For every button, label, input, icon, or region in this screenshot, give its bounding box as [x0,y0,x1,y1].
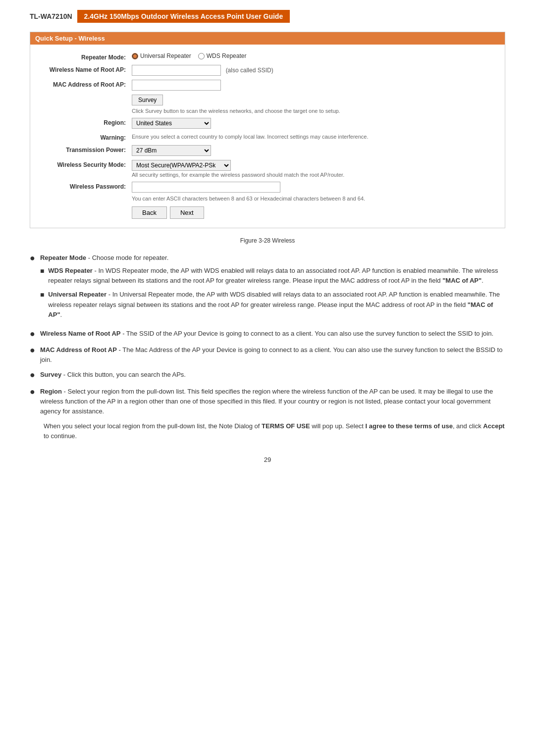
mac-address-label: MAC Address of Root AP: [35,80,132,88]
security-mode-help: All security settings, for example the w… [132,172,500,178]
page-number: 29 [30,456,505,463]
survey-desc: - Click this button, you can search the … [61,371,186,378]
survey-help-text: Click Survey button to scan the wireless… [132,108,500,114]
page-header: TL-WA7210N 2.4GHz 150Mbps Outdoor Wirele… [30,10,505,23]
mac-address-text: MAC Address of Root AP - The Mac Address… [40,345,505,365]
bullet-icon: ● [30,344,35,356]
wireless-name-text: Wireless Name of Root AP - The SSID of t… [40,329,505,339]
list-item: ● Survey - Click this button, you can se… [30,370,505,381]
security-mode-label: Wireless Security Mode: [35,160,132,168]
back-button[interactable]: Back [132,206,167,219]
wireless-name-input[interactable] [132,65,221,76]
model-name: TL-WA7210N [30,12,72,20]
wds-mac-bold: "MAC of AP" [442,277,482,284]
list-item: ● MAC Address of Root AP - The Mac Addre… [30,345,505,365]
region-select[interactable]: United States [132,118,211,129]
password-help: You can enter ASCII characters between 8… [132,196,500,202]
list-item: ■ Universal Repeater - In Universal Repe… [40,290,505,319]
survey-button[interactable]: Survey [132,95,163,105]
warning-label: Warning: [35,133,132,141]
region-row: Region: United States [35,118,500,129]
password-controls: You can enter ASCII characters between 8… [132,182,500,202]
transmission-power-select[interactable]: 27 dBm [132,145,211,156]
square-bullet-icon: ■ [40,290,44,301]
region-label: Region: [35,118,132,126]
wireless-name-label: Wireless Name of Root AP: [35,65,132,73]
warning-row: Warning: Ensure you select a correct cou… [35,133,500,141]
survey-controls: Survey Click Survey button to scan the w… [132,95,500,114]
region-note-text: When you select your local region from t… [44,422,262,430]
setup-box-title: Quick Setup - Wireless [30,32,505,45]
region-text: Region - Select your region from the pul… [40,387,505,416]
region-controls: United States [132,118,500,129]
survey-bold: Survey [40,371,61,378]
agree-terms-bold: I agree to these terms of use [366,422,453,430]
region-bold: Region [40,388,62,395]
list-item: ■ WDS Repeater - In WDS Repeater mode, t… [40,266,505,286]
terms-of-use-bold: TERMS OF USE [262,422,310,430]
wds-bold: WDS Repeater [48,267,93,274]
universal-bold: Universal Repeater [48,291,107,298]
action-buttons: Back Next [35,206,500,223]
region-note-rest: will pop up. Select [310,422,366,430]
list-item: ● Region - Select your region from the p… [30,387,505,416]
region-note-rest3: to continue. [44,432,77,440]
region-note-paragraph: When you select your local region from t… [44,421,505,441]
bullet-icon: ● [30,369,35,381]
transmission-power-row: Transmission Power: 27 dBm [35,145,500,156]
repeater-mode-radio-group: Universal Repeater WDS Repeater [132,52,500,59]
region-desc: - Select your region from the pull-down … [40,388,493,415]
page-title: 2.4GHz 150Mbps Outdoor Wireless Access P… [77,10,290,23]
universal-desc: - In Universal Repeater mode, the AP wit… [48,291,500,308]
wds-repeater-option[interactable]: WDS Repeater [198,52,247,59]
repeater-mode-label: Repeater Mode: [35,52,132,61]
security-mode-row: Wireless Security Mode: Most Secure(WPA/… [35,160,500,178]
password-row: Wireless Password: You can enter ASCII c… [35,182,500,202]
list-item: ● Repeater Mode - Choose mode for repeat… [30,253,505,324]
wireless-name-desc: - The SSID of the AP your Device is goin… [121,330,494,337]
wireless-name-controls: (also called SSID) [132,65,500,76]
survey-text: Survey - Click this button, you can sear… [40,370,505,380]
repeater-mode-text: Repeater Mode - Choose mode for repeater… [40,253,505,324]
ssid-hint: (also called SSID) [226,67,273,74]
survey-label-empty [35,95,132,96]
mac-address-bold: MAC Address of Root AP [40,346,117,353]
security-mode-select[interactable]: Most Secure(WPA/WPA2-PSk [132,160,231,171]
universal-repeater-option[interactable]: Universal Repeater [132,52,191,59]
mac-address-row: MAC Address of Root AP: [35,80,500,91]
universal-repeater-radio[interactable] [132,53,138,59]
wds-repeater-radio[interactable] [198,53,205,59]
transmission-power-controls: 27 dBm [132,145,500,156]
bullet-icon: ● [30,386,35,398]
bullet-icon: ● [30,328,35,340]
wds-repeater-text: WDS Repeater - In WDS Repeater mode, the… [48,266,505,286]
mac-address-input[interactable] [132,80,221,91]
body-content: ● Repeater Mode - Choose mode for repeat… [30,253,505,441]
list-item: ● Wireless Name of Root AP - The SSID of… [30,329,505,340]
main-bullet-list: ● Repeater Mode - Choose mode for repeat… [30,253,505,416]
wds-repeater-label: WDS Repeater [207,52,247,59]
wireless-name-row: Wireless Name of Root AP: (also called S… [35,65,500,76]
survey-row: Survey Click Survey button to scan the w… [35,95,500,114]
square-bullet-icon: ■ [40,266,44,277]
repeater-mode-bold: Repeater Mode [40,254,86,261]
password-input[interactable] [132,182,280,193]
transmission-power-label: Transmission Power: [35,145,132,153]
region-note-rest2: , and click [453,422,483,430]
universal-repeater-text: Universal Repeater - In Universal Repeat… [48,290,505,319]
bullet-icon: ● [30,252,35,264]
password-label: Wireless Password: [35,182,132,190]
repeater-mode-controls: Universal Repeater WDS Repeater [132,52,500,59]
next-button[interactable]: Next [170,206,204,219]
repeater-mode-desc: - Choose mode for repeater. [86,254,168,261]
security-mode-controls: Most Secure(WPA/WPA2-PSk All security se… [132,160,500,178]
setup-box-body: Repeater Mode: Universal Repeater WDS Re… [30,45,505,228]
universal-repeater-label: Universal Repeater [140,52,191,59]
repeater-mode-sub-list: ■ WDS Repeater - In WDS Repeater mode, t… [40,266,505,320]
warning-controls: Ensure you select a correct country to c… [132,133,500,140]
wds-desc: - In WDS Repeater mode, the AP with WDS … [48,267,498,284]
repeater-mode-row: Repeater Mode: Universal Repeater WDS Re… [35,52,500,61]
universal-period: . [60,311,62,318]
wds-period: . [482,277,483,284]
figure-caption: Figure 3-28 Wireless [30,237,505,244]
